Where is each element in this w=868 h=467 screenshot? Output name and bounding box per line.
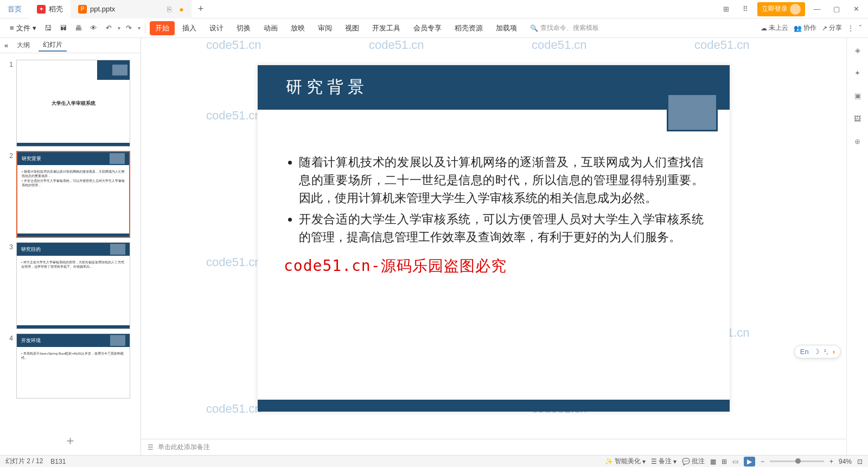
notes-label: 备注 — [659, 457, 672, 466]
comments-toggle[interactable]: 💬批注 — [682, 457, 705, 466]
panel-collapse[interactable]: « — [4, 41, 8, 49]
zoom-in[interactable]: + — [829, 458, 833, 465]
thumb-title: 研究目的 — [21, 246, 41, 253]
slide-body[interactable]: 随着计算机技术的发展以及计算机网络的逐渐普及，互联网成为人们查找信息的重要场所，… — [258, 110, 730, 287]
titlebar: 首页 ✦ 稻壳 P ppt.pptx ⎘ ● + ⊞ ⠿ 立即登录 — ▢ ✕ — [0, 0, 868, 18]
bullet-2[interactable]: 开发合适的大学生入学审核系统，可以方便管理人员对大学生入学审核系统的管理，提高信… — [299, 210, 704, 246]
rail-plus-icon[interactable]: ⊕ — [851, 135, 864, 148]
file-menu[interactable]: ≡ 文件 ▾ — [7, 23, 40, 33]
ribbon-design[interactable]: 设计 — [204, 21, 229, 35]
undo-dropdown[interactable]: ▾ — [118, 25, 120, 31]
undo-icon[interactable]: ↶ — [103, 22, 116, 35]
canvas[interactable]: code51.cn code51.cn code51.cn code51.cn … — [141, 38, 846, 455]
thumb-1[interactable]: 大学生入学审核系统 — [16, 60, 130, 147]
ribbon-resources[interactable]: 稻壳资源 — [449, 21, 488, 35]
layout-icon[interactable]: ⊞ — [718, 2, 733, 17]
ribbon-devtools[interactable]: 开发工具 — [367, 21, 406, 35]
comments-label: 批注 — [692, 457, 705, 466]
watermark: code51.cn — [694, 38, 750, 52]
watermark: code51.cn — [206, 402, 261, 416]
ime-toolbar[interactable]: En ☽ ¹, › — [794, 345, 841, 358]
thumb-number: 3 — [4, 242, 13, 329]
watermark: code51.cn — [206, 109, 261, 123]
ime-comma-icon[interactable]: ¹, — [824, 348, 828, 356]
login-label: 立即登录 — [762, 4, 788, 14]
rail-image-icon[interactable]: 🖼 — [851, 112, 864, 125]
thumb-number: 4 — [4, 333, 13, 399]
preview-icon[interactable]: 👁 — [87, 22, 100, 35]
ribbon-slideshow[interactable]: 放映 — [285, 21, 310, 35]
ribbon-addins[interactable]: 加载项 — [490, 21, 522, 35]
search-box[interactable]: 🔍 查找命令、搜索模板 — [530, 23, 599, 33]
print-icon[interactable]: 🖶 — [72, 22, 85, 35]
ribbon-insert[interactable]: 插入 — [177, 21, 202, 35]
view-reading-icon[interactable]: ▭ — [732, 458, 738, 465]
redo-dropdown[interactable]: ▾ — [138, 25, 141, 31]
login-button[interactable]: 立即登录 — [757, 2, 805, 16]
ribbon-transition[interactable]: 切换 — [231, 21, 256, 35]
right-rail: ◈ ✦ ▣ 🖼 ⊕ — [846, 38, 868, 455]
maximize-icon[interactable]: ▢ — [829, 2, 844, 17]
ribbon-vip[interactable]: 会员专享 — [408, 21, 447, 35]
coop-button[interactable]: 👥协作 — [794, 23, 816, 33]
statusbar: 幻灯片 2 / 12 B131 ✨智能美化▾ ☰备注▾ 💬批注 ▦ ⊞ ▭ ▶ … — [0, 455, 868, 467]
zoom-slider[interactable] — [770, 460, 824, 462]
ribbon-start[interactable]: 开始 — [150, 21, 175, 35]
minimize-icon[interactable]: — — [809, 2, 825, 17]
slide-title[interactable]: 研究背景 — [258, 65, 730, 110]
rail-diamond-icon[interactable]: ◈ — [851, 43, 864, 56]
slides-tab[interactable]: 幻灯片 — [39, 39, 67, 52]
thumb-title: 大学生入学审核系统 — [52, 100, 95, 107]
ppt-icon: P — [78, 5, 87, 14]
tab-file[interactable]: P ppt.pptx ⎘ ● — [71, 0, 192, 18]
view-normal-icon[interactable]: ▦ — [710, 458, 716, 465]
rail-layers-icon[interactable]: ▣ — [851, 89, 864, 102]
watermark: code51.cn — [369, 38, 424, 52]
collapse-ribbon-icon[interactable]: ˇ — [859, 24, 861, 32]
notes-bar[interactable]: ☰ 单击此处添加备注 — [141, 439, 846, 455]
fit-icon[interactable]: ⊡ — [857, 458, 863, 465]
save-icon[interactable]: 🖫 — [42, 22, 55, 35]
zoom-out[interactable]: − — [761, 458, 764, 465]
rail-star-icon[interactable]: ✦ — [851, 66, 864, 79]
close-icon[interactable]: ✕ — [848, 2, 864, 17]
slide-position: 幻灯片 2 / 12 — [5, 457, 43, 466]
bullet-1[interactable]: 随着计算机技术的发展以及计算机网络的逐渐普及，互联网成为人们查找信息的重要场所，… — [299, 153, 704, 207]
watermark: code51.cn — [206, 38, 261, 52]
tab-file-label: ppt.pptx — [90, 5, 115, 13]
zoom-level[interactable]: 94% — [839, 458, 852, 465]
avatar — [790, 4, 801, 15]
thumb-3[interactable]: 研究目的 • 对于之前大学生入学审核系统的管理，大部分都是使用传统的人工方式去管… — [16, 242, 130, 329]
search-placeholder: 查找命令、搜索模板 — [540, 23, 599, 33]
ime-expand-icon[interactable]: › — [833, 348, 835, 356]
slideshow-button[interactable]: ▶ — [744, 457, 755, 466]
status-code: B131 — [50, 458, 66, 465]
ribbon-review[interactable]: 审阅 — [312, 21, 337, 35]
beautify-button[interactable]: ✨智能美化▾ — [605, 457, 646, 466]
slide-corner-image — [667, 93, 718, 131]
tab-home[interactable]: 首页 — [0, 0, 29, 18]
cloud-status[interactable]: ☁未上云 — [761, 23, 788, 33]
tab-add[interactable]: + — [192, 3, 210, 15]
add-slide-button[interactable]: + — [0, 427, 141, 455]
ime-lang[interactable]: En — [800, 348, 809, 356]
watermark: code51.cn — [206, 255, 261, 269]
tab-menu-icon[interactable]: ⎘ — [167, 5, 171, 14]
ribbon-animation[interactable]: 动画 — [258, 21, 283, 35]
outline-tab[interactable]: 大纲 — [12, 40, 34, 51]
notes-toggle[interactable]: ☰备注▾ — [651, 457, 676, 466]
thumb-4[interactable]: 开发环境 • 本系统基于Java+Spring Boot框架+MySQL开发，使… — [16, 333, 130, 399]
apps-icon[interactable]: ⠿ — [738, 2, 753, 17]
ime-moon-icon[interactable]: ☽ — [813, 348, 820, 356]
slide[interactable]: 研究背景 随着计算机技术的发展以及计算机网络的逐渐普及，互联网成为人们查找信息的… — [258, 65, 730, 412]
share-button[interactable]: ↗分享 — [822, 23, 842, 33]
thumb-2[interactable]: 研究背景 • 随着计算机技术的发展以及计算机网络的逐渐普及，互联网成为人们查找信… — [16, 151, 130, 238]
view-sorter-icon[interactable]: ⊞ — [722, 458, 727, 465]
tab-docker[interactable]: ✦ 稻壳 — [29, 0, 71, 18]
saveas-icon[interactable]: 🖬 — [57, 22, 70, 35]
more-icon[interactable]: ⋮ — [847, 24, 854, 32]
thumb-title: 研究背景 — [22, 155, 41, 162]
redo-icon[interactable]: ↷ — [123, 22, 136, 35]
cloud-icon: ☁ — [761, 24, 767, 32]
ribbon-view[interactable]: 视图 — [340, 21, 365, 35]
